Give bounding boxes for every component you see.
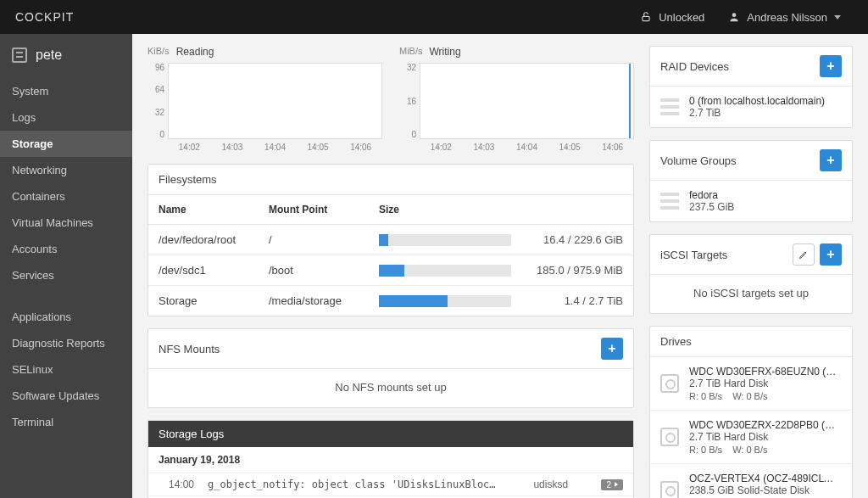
sidebar-item-logs[interactable]: Logs <box>0 104 132 131</box>
chart-unit: KiB/s <box>147 46 170 58</box>
drive-title: WDC WD30EZRX-22D8PB0 (WD… <box>689 419 842 431</box>
panel-title: Storage Logs <box>148 421 633 447</box>
drive-sub: 2.7 TiB Hard Disk <box>689 431 842 443</box>
sidebar-item-terminal[interactable]: Terminal <box>0 409 132 435</box>
drive-item[interactable]: OCZ-VERTEX4 (OCZ-489ICLW11… 238.5 GiB So… <box>650 463 852 498</box>
col-name: Name <box>159 204 269 215</box>
disk-icon <box>660 428 679 446</box>
iscsi-empty: No iSCSI targets set up <box>650 275 852 313</box>
chart-title: Reading <box>176 46 214 58</box>
svg-rect-0 <box>643 16 649 20</box>
brand: COCKPIT <box>15 10 74 24</box>
hostname: pete <box>36 48 62 63</box>
filesystem-row[interactable]: /dev/fedora/root / 16.4 / 229.6 GiB <box>148 225 633 255</box>
drive-item[interactable]: WDC WD30EZRX-22D8PB0 (WD… 2.7 TiB Hard D… <box>650 410 852 463</box>
fs-mount: /boot <box>269 264 379 277</box>
chart-plot <box>168 63 382 139</box>
fs-name: /dev/fedora/root <box>159 233 269 246</box>
pencil-icon <box>798 249 809 260</box>
drive-stats: R: 0 B/sW: 0 B/s <box>689 391 842 401</box>
item-sub: 2.7 TiB <box>689 107 842 119</box>
chart-unit: MiB/s <box>399 46 423 58</box>
writing-chart: MiB/s Writing 32160 14:0214:0314:0414:05… <box>399 46 634 152</box>
panel-title: Drives <box>660 335 692 348</box>
write-spike <box>629 64 631 138</box>
sidebar: pete SystemLogsStorageNetworkingContaine… <box>0 34 132 498</box>
panel-title: NFS Mounts <box>159 343 220 355</box>
panel-title: RAID Devices <box>660 60 729 73</box>
lock-label: Unlocked <box>659 11 704 24</box>
item-title: fedora <box>689 189 842 201</box>
drive-sub: 2.7 TiB Hard Disk <box>689 378 842 389</box>
add-nfs-button[interactable]: + <box>601 338 623 360</box>
fs-name: Storage <box>159 294 269 307</box>
iscsi-panel: iSCSI Targets + No iSCSI targets set up <box>649 234 853 314</box>
drives-panel: Drives WDC WD30EFRX-68EUZN0 (WD… 2.7 TiB… <box>649 326 853 498</box>
sidebar-item-containers[interactable]: Containers <box>0 183 132 210</box>
list-item[interactable]: fedora 237.5 GiB <box>650 181 852 221</box>
add-raid-button[interactable]: + <box>820 55 842 77</box>
col-size: Size <box>379 204 623 215</box>
sidebar-item-software-updates[interactable]: Software Updates <box>0 383 132 409</box>
log-message: g_object_notify: object class 'UDisksLin… <box>208 478 525 490</box>
add-vg-button[interactable]: + <box>820 149 842 171</box>
host-label[interactable]: pete <box>0 34 132 78</box>
fs-size: 1.4 / 2.7 TiB <box>521 294 623 307</box>
sidebar-item-services[interactable]: Services <box>0 262 132 288</box>
raid-icon <box>660 98 679 115</box>
filesystems-panel: Filesystems Name Mount Point Size /dev/f… <box>147 164 634 316</box>
main-content: KiB/s Reading 9664320 14:0214:0314:0414:… <box>132 34 868 498</box>
sidebar-item-storage[interactable]: Storage <box>0 131 132 157</box>
user-menu[interactable]: Andreas Nilsson <box>716 0 853 34</box>
usage-bar <box>379 295 511 307</box>
item-sub: 237.5 GiB <box>689 201 842 213</box>
sidebar-item-diagnostic-reports[interactable]: Diagnostic Reports <box>0 330 132 356</box>
sidebar-item-applications[interactable]: Applications <box>0 304 132 330</box>
chevron-down-icon <box>834 15 841 20</box>
privilege-toggle[interactable]: Unlocked <box>628 0 716 34</box>
usage-bar <box>379 265 511 277</box>
io-charts: KiB/s Reading 9664320 14:0214:0314:0414:… <box>147 46 634 152</box>
user-icon <box>728 11 740 23</box>
panel-title: Volume Groups <box>660 154 737 167</box>
sidebar-item-virtual-machines[interactable]: Virtual Machines <box>0 210 132 236</box>
host-icon <box>12 48 27 63</box>
sidebar-item-selinux[interactable]: SELinux <box>0 356 132 383</box>
nfs-empty: No NFS mounts set up <box>148 369 633 407</box>
username: Andreas Nilsson <box>747 11 827 24</box>
filesystem-row[interactable]: Storage /media/storage 1.4 / 2.7 TiB <box>148 286 633 316</box>
vg-panel: Volume Groups + fedora 237.5 GiB <box>649 140 853 222</box>
raid-panel: RAID Devices + 0 (from localhost.localdo… <box>649 46 853 128</box>
drive-item[interactable]: WDC WD30EFRX-68EUZN0 (WD… 2.7 TiB Hard D… <box>650 357 852 410</box>
usage-bar <box>379 234 511 246</box>
fs-size: 16.4 / 229.6 GiB <box>521 233 623 246</box>
panel-title: Filesystems <box>159 173 217 186</box>
sidebar-item-accounts[interactable]: Accounts <box>0 236 132 262</box>
drive-title: OCZ-VERTEX4 (OCZ-489ICLW11… <box>689 473 842 484</box>
log-count-badge: 2 <box>601 479 623 490</box>
fs-name: /dev/sdc1 <box>159 264 269 277</box>
disk-icon <box>660 481 679 498</box>
panel-title: iSCSI Targets <box>660 249 727 261</box>
logs-date: January 19, 2018 <box>148 447 633 473</box>
add-iscsi-button[interactable]: + <box>820 243 842 266</box>
storage-logs-panel: Storage Logs January 19, 2018 14:00 g_ob… <box>147 420 634 498</box>
log-entry[interactable]: 14:00 g_object_notify: object class 'UDi… <box>148 473 633 496</box>
fs-mount: /media/storage <box>269 294 379 307</box>
fs-mount: / <box>269 233 379 246</box>
list-item[interactable]: 0 (from localhost.localdomain) 2.7 TiB <box>650 87 852 127</box>
edit-iscsi-button[interactable] <box>793 243 815 266</box>
drive-title: WDC WD30EFRX-68EUZN0 (WD… <box>689 366 842 378</box>
chart-plot <box>420 63 634 139</box>
sidebar-item-system[interactable]: System <box>0 78 132 104</box>
raid-icon <box>660 193 679 210</box>
drive-stats: R: 0 B/sW: 0 B/s <box>689 445 842 455</box>
filesystem-row[interactable]: /dev/sdc1 /boot 185.0 / 975.9 MiB <box>148 255 633 286</box>
unlock-icon <box>640 11 652 23</box>
chart-title: Writing <box>430 46 461 58</box>
item-title: 0 (from localhost.localdomain) <box>689 95 842 107</box>
nfs-panel: NFS Mounts + No NFS mounts set up <box>147 328 634 408</box>
svg-point-1 <box>732 13 737 17</box>
sidebar-item-networking[interactable]: Networking <box>0 157 132 183</box>
reading-chart: KiB/s Reading 9664320 14:0214:0314:0414:… <box>147 46 382 152</box>
